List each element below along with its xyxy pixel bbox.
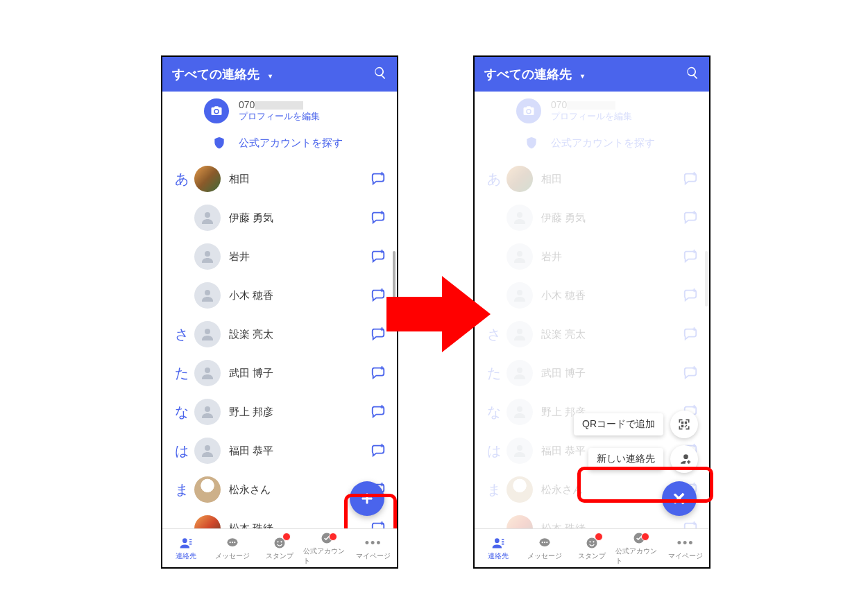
add-contact-fab[interactable] [350,481,384,516]
contact-name: 武田 博子 [229,367,371,380]
nav-label: メッセージ [215,551,250,561]
contact-avatar [194,243,221,270]
nav-label: マイページ [668,551,703,561]
nav-contacts[interactable]: 連絡先 [162,529,210,567]
svg-point-29 [589,541,590,542]
nav-messages[interactable]: メッセージ [210,529,257,567]
messages-icon [536,536,553,550]
contact-avatar [194,399,221,425]
contact-name: 野上 邦彦 [229,406,371,419]
contact-row[interactable]: は福田 恭平 [162,431,397,470]
close-fab[interactable] [662,481,697,516]
chevron-down-icon: ▾ [269,72,272,80]
contact-avatar [194,282,221,309]
nav-stamps[interactable]: スタンプ [568,529,615,567]
nav-stamps[interactable]: スタンプ [256,529,303,567]
edit-profile-link[interactable]: プロフィールを編集 [239,110,320,123]
svg-point-23 [495,538,500,543]
contact-avatar [194,321,221,347]
index-letter: さ [169,325,194,344]
mypage-icon: ••• [677,536,694,550]
new-message-button[interactable] [371,365,387,381]
new-message-button[interactable] [371,326,387,343]
chevron-down-icon: ▾ [581,72,584,80]
new-contact-button[interactable] [670,445,698,473]
mypage-icon: ••• [365,536,382,550]
qr-scan-icon [677,417,691,431]
nav-label: 公式アカウント [303,546,350,566]
qr-add-button[interactable] [670,411,698,438]
index-letter: あ [169,170,194,189]
contact-name: 伊藤 勇気 [229,211,371,225]
fab-menu-item-new-contact[interactable]: 新しい連絡先 [588,445,698,473]
close-icon [671,490,688,507]
new-message-button[interactable] [371,287,387,304]
svg-point-2 [205,290,210,295]
contact-row[interactable]: な野上 邦彦 [162,392,397,431]
notification-badge [641,533,649,541]
header-title-text: すべての連絡先 [172,67,259,81]
contacts-scroll-area[interactable]: 070 プロフィールを編集 公式アカウントを探す あ相田伊藤 勇気岩井小木 穂香… [162,92,397,528]
notification-badge [282,533,291,541]
contact-name: 相田 [229,173,371,186]
contact-row[interactable]: 岩井 [162,237,397,276]
contact-row[interactable]: あ相田 [162,159,397,198]
contact-row[interactable]: 小木 穂香 [162,276,397,315]
svg-point-3 [205,329,210,334]
svg-point-0 [205,212,210,218]
nav-contacts[interactable]: 連絡先 [475,529,522,567]
index-letter: た [169,364,194,383]
find-official-account-label: 公式アカウントを探す [239,137,343,150]
qr-add-label: QRコードで追加 [574,413,663,435]
contacts-filter-dropdown[interactable]: すべての連絡先 ▾ [172,66,272,83]
contact-avatar [194,205,221,231]
profile-photo-button[interactable] [204,98,229,123]
contact-row[interactable]: 伊藤 勇気 [162,198,397,237]
bottom-nav: 連絡先メッセージスタンプ公式アカウント•••マイページ [475,528,709,567]
my-profile-row[interactable]: 070 プロフィールを編集 [162,92,397,130]
contact-name: 設楽 亮太 [229,328,371,341]
new-contact-label: 新しい連絡先 [588,448,663,470]
nav-label: メッセージ [527,551,562,561]
svg-point-11 [235,542,236,543]
contact-name: 福田 恭平 [229,444,371,458]
contact-name: 松本 珠緒 [229,522,371,529]
index-letter: な [169,403,194,422]
nav-label: 公式アカウント [615,546,663,566]
contact-name: 小木 穂香 [229,289,371,302]
contact-row[interactable]: た武田 博子 [162,354,397,392]
nav-mypage[interactable]: •••マイページ [350,529,397,567]
my-phone-number: 070 [239,99,320,110]
index-letter: ま [169,481,194,499]
search-button[interactable] [373,66,387,83]
header-title-text: すべての連絡先 [484,67,572,81]
verified-badge-icon [212,136,226,150]
messages-icon [224,536,241,550]
phone-screen-before: すべての連絡先 ▾ 070 プロフィールを編集 公式アカウントを探す あ相田伊藤 [161,55,398,569]
svg-point-27 [547,542,548,543]
new-message-button[interactable] [371,442,387,459]
nav-messages[interactable]: メッセージ [522,529,569,567]
find-official-account-row[interactable]: 公式アカウントを探す [162,130,397,159]
contacts-icon [178,536,194,550]
new-message-button[interactable] [371,209,387,226]
fab-menu-item-qr[interactable]: QRコードで追加 [574,411,698,438]
svg-point-9 [230,542,231,543]
contact-row[interactable]: さ設楽 亮太 [162,315,397,354]
contacts-filter-dropdown[interactable]: すべての連絡先 ▾ [484,66,584,83]
nav-official[interactable]: 公式アカウント [303,529,350,567]
search-button[interactable] [686,66,699,83]
new-message-button[interactable] [371,248,387,265]
nav-mypage[interactable]: •••マイページ [662,529,709,567]
new-message-button[interactable] [371,404,387,420]
nav-official[interactable]: 公式アカウント [615,529,663,567]
index-letter: は [169,442,194,460]
new-message-button[interactable] [371,171,387,187]
svg-point-10 [232,542,233,543]
svg-point-5 [205,406,210,412]
notification-badge [329,533,337,541]
plus-icon [359,490,375,507]
nav-label: 連絡先 [488,551,509,561]
new-message-button[interactable] [371,520,387,528]
contacts-scroll-area[interactable]: 070 プロフィールを編集 公式アカウントを探す あ相田伊藤 勇気岩井小木 穂香… [475,92,709,528]
